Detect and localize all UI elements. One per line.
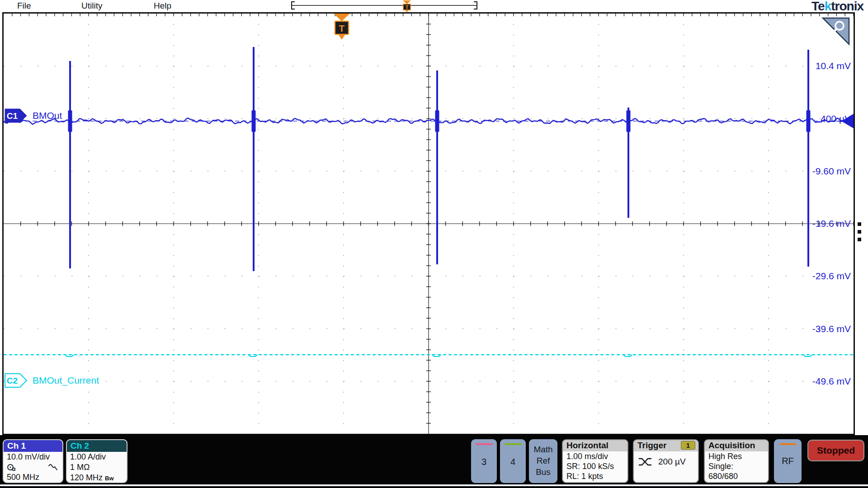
svg-text:C1: C1 — [7, 111, 18, 121]
svg-text:-29.6 mV: -29.6 mV — [812, 271, 851, 281]
channel-1-name: BMOut — [33, 110, 62, 121]
sample-rate-value: SR: 100 kS/s — [563, 461, 627, 471]
voltage-scale-labels: 10.4 mV400 µV-9.60 mV-19.6 mV-29.6 mV-39… — [812, 61, 851, 386]
horizontal-settings-panel[interactable]: Horizontal 1.00 ms/div SR: 100 kS/s RL: … — [562, 439, 628, 483]
acquisition-count: 680/680 — [705, 471, 768, 481]
zoom-corner-button[interactable] — [823, 18, 849, 44]
trigger-source-badge: 1 — [681, 441, 695, 450]
math-ref-bus-button[interactable]: Math Ref Bus — [529, 439, 557, 483]
ch3-label: 3 — [481, 457, 486, 467]
probe-icon — [7, 464, 16, 471]
menu-help[interactable]: Help — [154, 1, 171, 11]
svg-text:T: T — [406, 5, 409, 10]
svg-text:-49.6 mV: -49.6 mV — [812, 376, 851, 386]
ch2-impedance: 1 MΩ — [67, 462, 127, 473]
channel-3-button[interactable]: 3 — [471, 439, 497, 483]
ch4-color-line — [505, 443, 522, 445]
ch1-scale: 10.0 mV/div — [4, 452, 62, 462]
ref-label: Ref — [533, 455, 552, 466]
ch1-bandwidth: 500 MHz — [4, 472, 62, 483]
channel-1-settings-panel[interactable]: Ch 1 10.0 mV/div 500 MHz — [3, 439, 63, 483]
ch2-scale: 1.00 A/div — [67, 452, 127, 462]
minimap-trigger-marker-icon[interactable]: T — [403, 0, 411, 12]
menu-utility[interactable]: Utility — [81, 1, 102, 11]
rf-color-line — [779, 443, 797, 445]
math-label: Math — [533, 444, 552, 455]
svg-text:10.4 mV: 10.4 mV — [816, 61, 851, 71]
record-length-value: RL: 1 kpts — [563, 471, 627, 481]
timebase-value: 1.00 ms/div — [563, 451, 627, 461]
edge-trigger-icon — [638, 457, 652, 467]
scope-graticule: 10.4 mV400 µV-9.60 mV-19.6 mV-29.6 mV-39… — [4, 14, 854, 434]
ch2-bandwidth: 120 MHz — [70, 473, 103, 482]
status-bar: Ch 1 10.0 mV/div 500 MHz Ch 2 1.00 A/div… — [0, 435, 868, 488]
trigger-title: Trigger — [637, 441, 666, 450]
svg-text:-39.6 mV: -39.6 mV — [812, 324, 851, 334]
menu-file[interactable]: File — [17, 1, 31, 11]
trigger-position-flag[interactable]: T — [334, 14, 350, 40]
record-view-minimap[interactable]: T — [285, 0, 484, 12]
rf-label: RF — [782, 456, 794, 466]
channel-4-button[interactable]: 4 — [500, 439, 526, 483]
tektronix-logo: Tektronix — [811, 0, 863, 14]
run-stop-status-button[interactable]: Stopped — [807, 440, 864, 461]
acquisition-title: Acquisition — [705, 440, 768, 451]
ch2-panel-title: Ch 2 — [67, 440, 127, 452]
channel-1-badge[interactable]: C1 — [5, 108, 27, 123]
acquisition-single-label: Single: — [705, 461, 768, 471]
svg-text:-19.6 mV: -19.6 mV — [812, 218, 851, 229]
bus-label: Bus — [533, 466, 552, 478]
svg-text:-9.60 mV: -9.60 mV — [812, 166, 851, 176]
ch3-color-line — [476, 443, 493, 445]
svg-text:C2: C2 — [7, 376, 18, 385]
trigger-level-value: 200 µV — [658, 457, 686, 467]
graticule-center-lines — [4, 14, 854, 434]
bandwidth-limit-icon: Bᴡ — [105, 475, 114, 482]
trigger-settings-panel[interactable]: Trigger 1 200 µV — [633, 439, 699, 483]
ac-coupling-icon — [48, 464, 58, 471]
screen-bottom-edge — [0, 484, 868, 486]
ch1-panel-title: Ch 1 — [4, 440, 62, 452]
channel-2-badge[interactable]: C2 — [5, 373, 27, 388]
horizontal-title: Horizontal — [563, 440, 627, 451]
acquisition-settings-panel[interactable]: Acquisition High Res Single: 680/680 — [704, 439, 769, 483]
ch4-label: 4 — [510, 457, 515, 467]
graticule-edge-ticks — [12, 14, 854, 16]
channel-2-name: BMOut_Current — [33, 375, 99, 386]
more-options-icon[interactable] — [858, 222, 862, 241]
acquisition-mode: High Res — [705, 451, 768, 461]
waveform-display: 10.4 mV400 µV-9.60 mV-19.6 mV-29.6 mV-39… — [2, 12, 855, 435]
svg-text:T: T — [339, 23, 345, 33]
channel-2-settings-panel[interactable]: Ch 2 1.00 A/div 1 MΩ 120 MHz Bᴡ — [66, 439, 127, 483]
menu-bar: File Utility Help T Tektronix — [0, 0, 868, 12]
rf-button[interactable]: RF — [774, 439, 802, 483]
